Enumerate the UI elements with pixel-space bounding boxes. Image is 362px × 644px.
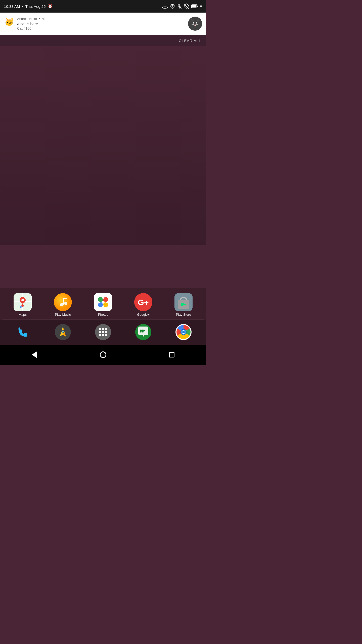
notification-panel[interactable]: 🐱 Android Neko • 41m A cat is here. Cat … <box>0 13 206 35</box>
svg-rect-7 <box>192 5 197 7</box>
svg-point-48 <box>105 328 107 330</box>
svg-point-52 <box>99 334 101 336</box>
svg-point-13 <box>193 23 194 24</box>
svg-rect-31 <box>63 298 67 299</box>
status-time-date: 10:33 AM • Thu, Aug 25 ⏰ <box>4 4 53 9</box>
play-store-icon <box>174 293 193 311</box>
chrome-icon <box>175 324 192 341</box>
svg-point-46 <box>99 328 101 330</box>
notification-subtitle: Cat #106 <box>17 26 49 30</box>
time-display: 10:33 AM <box>4 4 20 9</box>
svg-text:G+: G+ <box>138 298 149 307</box>
svg-point-53 <box>102 334 104 336</box>
battery-icon <box>191 4 198 9</box>
notification-text: Android Neko • 41m A cat is here. Cat #1… <box>17 17 49 30</box>
gplus-label: Google+ <box>137 313 150 316</box>
svg-point-49 <box>99 331 101 333</box>
home-button[interactable] <box>96 347 111 362</box>
launcher-icon <box>54 324 71 341</box>
play-store-label: Play Store <box>176 313 191 316</box>
recent-icon <box>169 352 174 357</box>
svg-point-33 <box>102 301 105 304</box>
apps-icon <box>95 324 112 341</box>
apps-drawer-app[interactable] <box>95 324 112 341</box>
clear-all-row[interactable]: CLEAR ALL <box>0 35 206 46</box>
svg-text:": " <box>143 329 145 335</box>
photos-app[interactable]: Photos <box>94 293 112 316</box>
svg-point-66 <box>182 331 185 333</box>
notification-content: 🐱 Android Neko • 41m A cat is here. Cat … <box>4 17 49 30</box>
play-music-label: Play Music <box>55 313 71 316</box>
notification-separator: • <box>39 17 40 21</box>
cat-icon: 🐱 <box>5 18 14 26</box>
svg-point-25 <box>21 299 24 301</box>
svg-point-29 <box>64 302 67 305</box>
notification-title: A cat is here. <box>17 22 49 26</box>
wifi-icon <box>170 4 175 9</box>
notification-header: Android Neko • 41m <box>17 17 49 21</box>
hangouts-app[interactable]: " " <box>135 324 152 341</box>
gplus-icon: G+ <box>134 293 152 311</box>
status-icons: ▾ <box>162 4 202 9</box>
launcher-app[interactable] <box>54 324 71 341</box>
notification-app-icon: 🐱 <box>4 17 14 27</box>
phone-icon <box>14 324 31 341</box>
svg-point-1 <box>172 8 173 9</box>
svg-point-14 <box>196 23 197 24</box>
play-store-app[interactable]: Play Store <box>174 293 193 316</box>
maps-icon: G <box>14 293 32 311</box>
svg-point-44 <box>62 331 64 333</box>
google-plus-app[interactable]: G+ Google+ <box>134 293 152 316</box>
svg-text:G: G <box>20 306 22 309</box>
recent-button[interactable] <box>164 347 179 362</box>
phone-app[interactable] <box>14 324 31 341</box>
svg-point-47 <box>102 328 104 330</box>
svg-point-15 <box>195 24 196 25</box>
navigation-bar <box>0 345 206 365</box>
svg-point-51 <box>105 331 107 333</box>
clear-all-button[interactable]: CLEAR ALL <box>179 38 201 43</box>
apps-section: G Maps <box>0 288 206 345</box>
hangouts-icon: " " <box>135 324 152 341</box>
svg-point-50 <box>102 331 104 333</box>
date-display: Thu, Aug 25 <box>25 4 46 9</box>
back-icon <box>32 351 37 358</box>
home-icon <box>100 351 106 358</box>
dropdown-icon[interactable]: ▾ <box>200 4 202 9</box>
alarm-icon: ⏰ <box>48 4 53 9</box>
wallpaper-area <box>0 46 206 245</box>
svg-point-54 <box>105 334 107 336</box>
flash-off-icon <box>177 4 182 9</box>
app-row-main: G Maps <box>0 288 206 319</box>
play-music-icon <box>54 293 72 311</box>
avatar-image <box>190 19 200 29</box>
signal-icon <box>162 4 168 9</box>
back-button[interactable] <box>27 347 42 362</box>
notification-avatar <box>188 17 202 31</box>
svg-point-27 <box>54 293 72 311</box>
status-bar: 10:33 AM • Thu, Aug 25 ⏰ <box>0 0 206 13</box>
notification-app-name: Android Neko <box>17 17 37 21</box>
play-music-app[interactable]: Play Music <box>54 293 72 316</box>
chrome-app[interactable] <box>175 324 192 341</box>
time-date-separator: • <box>22 4 23 9</box>
photos-label: Photos <box>98 313 108 316</box>
bottom-dock: " " <box>0 319 206 345</box>
svg-text:": " <box>140 329 142 335</box>
notification-time: 41m <box>42 17 48 21</box>
maps-label: Maps <box>19 313 27 316</box>
maps-app[interactable]: G Maps <box>14 293 32 316</box>
svg-rect-6 <box>197 6 198 7</box>
photos-icon <box>94 293 112 311</box>
svg-line-4 <box>184 4 189 9</box>
rotate-icon <box>184 4 189 9</box>
